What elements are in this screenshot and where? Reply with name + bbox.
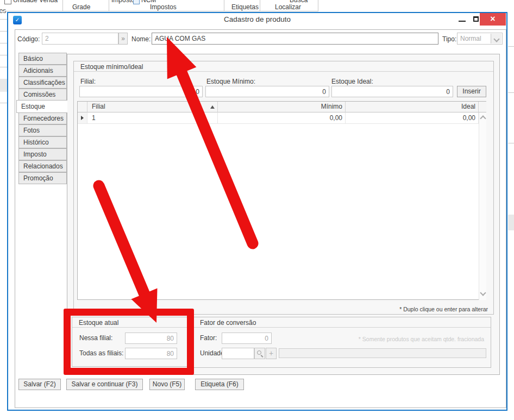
todas-filiais-field[interactable] bbox=[125, 348, 177, 359]
tab-label: Comissões bbox=[23, 91, 55, 98]
double-click-note: * Duplo clique ou enter para alterar bbox=[399, 306, 488, 312]
fator-conversao-group: Fator de conversão Fator: Unidade: + * S… bbox=[193, 317, 491, 368]
expand-button[interactable]: » bbox=[118, 33, 128, 45]
scrollbar-down-icon[interactable] bbox=[480, 290, 486, 296]
tipo-value: Normal bbox=[460, 35, 481, 42]
fracionada-note: * Somente produtos que aceitam qtde. fra… bbox=[359, 336, 484, 342]
close-icon: × bbox=[490, 14, 495, 23]
tab-basico[interactable]: Básico bbox=[18, 53, 67, 65]
tab-relacionados[interactable]: Relacionados bbox=[18, 160, 67, 172]
sort-ascending-icon bbox=[210, 105, 215, 109]
estoque-atual-group: Estoque atual Nessa filial: Todas as fil… bbox=[72, 317, 189, 367]
estoque-ideal-input[interactable] bbox=[331, 86, 453, 97]
tab-imposto[interactable]: Imposto bbox=[18, 148, 67, 160]
estoque-minimo-ideal-group: Estoque mínimo/ideal Filial: Estoque Mín… bbox=[73, 61, 494, 315]
column-header-label: Ideal bbox=[461, 103, 475, 110]
background-row-line bbox=[508, 92, 514, 93]
cell-value: 0,00 bbox=[330, 114, 342, 122]
etiqueta-button[interactable]: Etiqueta (F6) bbox=[195, 379, 244, 390]
tab-promocao[interactable]: Promoção bbox=[18, 172, 67, 184]
nessa-filial-label: Nessa filial: bbox=[79, 334, 112, 342]
toolbar-imposto[interactable]: Imposto bbox=[111, 0, 135, 4]
ncm-doc-icon bbox=[133, 0, 140, 4]
fator-field[interactable] bbox=[222, 333, 272, 344]
tab-label: Básico bbox=[23, 55, 43, 62]
toolbar-etiquetas[interactable]: Etiquetas bbox=[231, 3, 259, 11]
background-panel-block bbox=[508, 215, 514, 230]
background-row-line bbox=[0, 91, 7, 91]
column-header-label: Mínimo bbox=[321, 103, 342, 110]
cell-minimo[interactable]: 0,00 bbox=[218, 112, 346, 124]
search-icon bbox=[256, 350, 264, 357]
inserir-button[interactable]: Inserir bbox=[457, 86, 486, 97]
salvar-button[interactable]: Salvar (F2) bbox=[18, 379, 61, 390]
tab-estoque[interactable]: Estoque bbox=[16, 100, 67, 113]
codigo-label: Código: bbox=[17, 35, 40, 43]
toolbar-separator bbox=[62, 0, 63, 11]
close-button[interactable]: × bbox=[480, 13, 506, 26]
tab-comissoes[interactable]: Comissões bbox=[18, 89, 67, 101]
salvar-e-continuar-button[interactable]: Salvar e continuar (F3) bbox=[66, 379, 143, 390]
table-scrollbar[interactable] bbox=[479, 112, 486, 300]
dialog-title-bar[interactable]: ✓ Cadastro de produto × bbox=[8, 13, 506, 26]
group-title: Fator de conversão bbox=[200, 319, 256, 327]
tab-historico[interactable]: Histórico bbox=[18, 136, 67, 148]
estoque-minimo-input[interactable] bbox=[205, 86, 329, 97]
cell-filial[interactable]: 1 bbox=[87, 112, 218, 124]
minimize-icon[interactable] bbox=[459, 21, 466, 22]
background-row-line bbox=[0, 19, 7, 20]
group-divider bbox=[72, 327, 188, 328]
column-header-minimo[interactable]: Mínimo bbox=[218, 102, 346, 112]
codigo-field[interactable] bbox=[42, 33, 118, 45]
tab-fotos[interactable]: Fotos bbox=[18, 124, 67, 136]
tipo-select[interactable]: Normal bbox=[457, 33, 503, 45]
toolbar-grade[interactable]: Grade bbox=[72, 3, 90, 11]
chevron-down-icon bbox=[493, 36, 499, 42]
tab-classificacoes[interactable]: Classificações bbox=[18, 77, 67, 89]
unidade-field[interactable] bbox=[222, 348, 254, 359]
toolbar-separator bbox=[318, 0, 318, 11]
scrollbar-up-icon[interactable] bbox=[480, 115, 486, 121]
unidade-add-button[interactable]: + bbox=[266, 348, 277, 359]
background-row-line bbox=[0, 55, 7, 55]
expand-icon: » bbox=[121, 35, 125, 42]
filial-label: Filial: bbox=[80, 78, 96, 85]
background-row-line bbox=[0, 31, 7, 32]
cell-value: 1 bbox=[92, 114, 96, 122]
nessa-filial-field[interactable] bbox=[125, 333, 177, 344]
filial-input[interactable] bbox=[79, 86, 203, 97]
unidade-description-field[interactable] bbox=[279, 348, 486, 358]
row-selector-cell[interactable] bbox=[78, 112, 87, 124]
background-row-line bbox=[508, 143, 514, 143]
tab-label: Fotos bbox=[23, 127, 40, 134]
tipo-dropdown-button[interactable] bbox=[491, 34, 502, 43]
novo-button[interactable]: Novo (F5) bbox=[149, 379, 185, 390]
group-divider bbox=[193, 327, 491, 328]
background-row-line bbox=[0, 43, 7, 43]
estoque-ideal-label: Estoque Ideal: bbox=[331, 78, 373, 85]
unidade-search-button[interactable] bbox=[254, 348, 265, 359]
cell-ideal[interactable]: 0,00 bbox=[346, 112, 479, 124]
screen: Unidade Venda Imposto NCM Busca Grade Im… bbox=[0, 0, 514, 420]
maximize-icon[interactable] bbox=[473, 16, 479, 22]
tab-fornecedores[interactable]: Fornecedores bbox=[18, 112, 67, 124]
column-header-filial[interactable]: Filial bbox=[87, 102, 218, 112]
row-selector-header bbox=[78, 102, 87, 112]
toolbar-unidade-venda[interactable]: Unidade Venda bbox=[13, 0, 58, 4]
nome-field[interactable] bbox=[152, 33, 438, 45]
row-selector-icon bbox=[81, 116, 84, 120]
tab-label: Classificações bbox=[23, 79, 65, 86]
background-row-line bbox=[0, 67, 7, 67]
todas-filiais-label: Todas as filiais: bbox=[79, 349, 123, 357]
group-title: Estoque mínimo/ideal bbox=[80, 63, 143, 71]
tab-label: Promoção bbox=[23, 174, 53, 182]
tab-label: Imposto bbox=[23, 151, 47, 158]
toolbar-localizar[interactable]: Localizar bbox=[275, 3, 301, 11]
button-label: Novo (F5) bbox=[153, 380, 181, 388]
tab-label: Adicionais bbox=[23, 67, 53, 74]
column-header-ideal[interactable]: Ideal bbox=[346, 102, 479, 112]
tab-adicionais[interactable]: Adicionais bbox=[18, 65, 67, 77]
toolbar-impostos[interactable]: Impostos bbox=[150, 3, 177, 11]
group-title: Estoque atual bbox=[79, 319, 118, 327]
tipo-label: Tipo: bbox=[442, 35, 456, 43]
